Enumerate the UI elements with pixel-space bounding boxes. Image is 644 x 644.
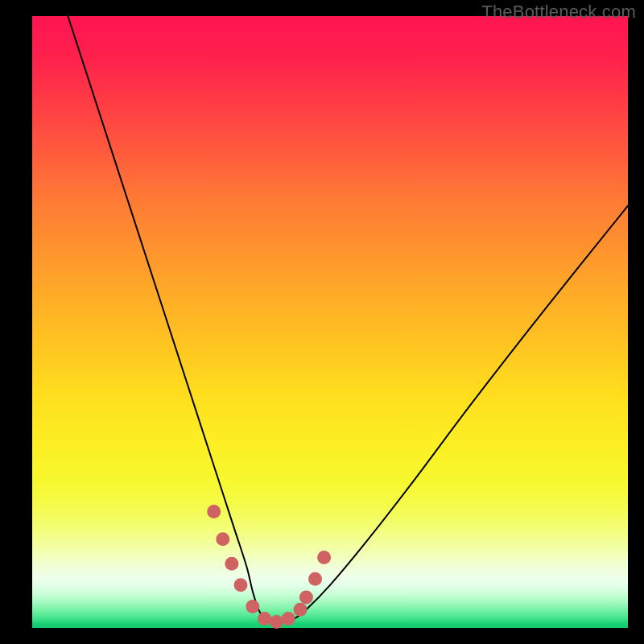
highlight-dot [246, 600, 259, 613]
highlight-dot [234, 578, 248, 592]
highlight-dot [317, 551, 331, 564]
chart-container: TheBottleneck.com [0, 0, 644, 644]
highlight-dot [282, 612, 295, 625]
highlight-dot [216, 532, 229, 546]
plot-area [32, 16, 628, 628]
highlight-dot [294, 603, 308, 617]
bottleneck-curve [68, 16, 628, 622]
watermark-text: TheBottleneck.com [481, 2, 636, 23]
highlight-dot [258, 612, 271, 625]
highlight-dot [299, 591, 313, 605]
chart-svg [32, 16, 628, 628]
highlight-dot [270, 615, 283, 629]
highlight-dot [207, 505, 221, 518]
highlight-dots [207, 505, 331, 629]
highlight-dot [308, 572, 322, 586]
highlight-dot [225, 557, 238, 571]
